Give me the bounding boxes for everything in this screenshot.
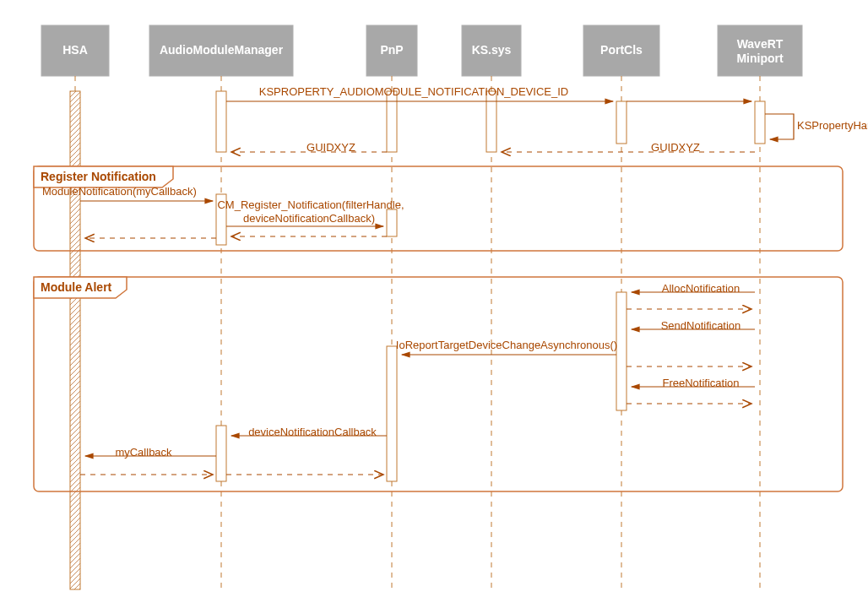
svg-text:PnP: PnP (380, 43, 403, 57)
msg-kspropertyhandle (765, 114, 794, 139)
svg-text:AudioModuleManager: AudioModuleManager (160, 43, 284, 57)
actor-hsa: HSA (41, 25, 109, 76)
actor-amm: AudioModuleManager (149, 25, 293, 76)
svg-rect-23 (387, 209, 397, 236)
actor-ks: KS.sys (462, 25, 521, 76)
actor-portcls: PortCls (583, 25, 659, 76)
msg-ioreport: IoReportTargetDeviceChangeAsynchronous() (396, 339, 617, 351)
msg-allocnotification: AllocNotification (662, 282, 741, 295)
svg-text:deviceNotificationCallback): deviceNotificationCallback) (243, 212, 375, 225)
activation-wavert-1 (755, 101, 765, 144)
svg-text:GUIDXYZ: GUIDXYZ (651, 141, 700, 154)
svg-rect-30 (616, 292, 627, 410)
activation-portcls-1 (616, 101, 627, 144)
activation-ks-1 (486, 91, 496, 152)
svg-text:Register Notification: Register Notification (41, 170, 156, 183)
svg-text:Miniport: Miniport (736, 52, 784, 65)
svg-text:GUIDXYZ: GUIDXYZ (307, 141, 355, 154)
actor-pnp: PnP (366, 25, 417, 76)
msg-mycallback: myCallback (115, 446, 172, 459)
svg-rect-31 (387, 346, 397, 481)
msg-modulenotification: ModuleNotification(myCallback) (42, 185, 197, 198)
svg-text:WaveRT: WaveRT (737, 37, 784, 51)
svg-text:Module Alert: Module Alert (41, 280, 112, 294)
msg-freenotification: FreeNotification (662, 377, 739, 389)
sequence-diagram: HSA AudioModuleManager PnP KS.sys PortCl… (0, 0, 868, 608)
svg-rect-32 (216, 426, 226, 481)
activation-pnp-1 (387, 91, 397, 152)
svg-text:KS.sys: KS.sys (472, 43, 512, 57)
actor-wavert: WaveRT Miniport (718, 25, 802, 76)
msg-cmregister: CM_Register_Notification(filterHandle, (217, 198, 404, 211)
svg-text:HSA: HSA (62, 43, 88, 57)
svg-text:PortCls: PortCls (600, 43, 643, 57)
msg-sendnotification: SendNotification (661, 319, 741, 332)
activation-amm-1 (216, 91, 226, 152)
msg-ksproperty: KSPROPERTY_AUDIOMODULE_NOTIFICATION_DEVI… (259, 85, 568, 98)
svg-text:KSPropertyHandle: KSPropertyHandle (797, 119, 868, 132)
msg-devicenotificationcallback: deviceNotificationCallback (248, 426, 377, 438)
